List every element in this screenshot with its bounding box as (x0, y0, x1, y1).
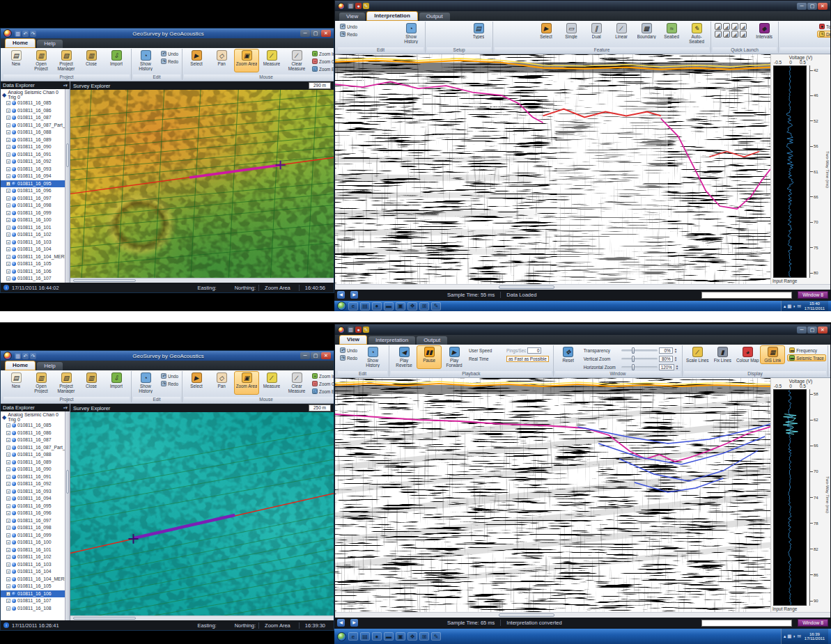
tree-item-survey-line[interactable]: + 010811_16_104_MERF (1, 576, 65, 583)
tree-item-survey-line[interactable]: + 010811_16_107 (1, 275, 65, 283)
tree-item-survey-line[interactable]: + 010811_16_105 (1, 260, 65, 268)
expand-icon[interactable]: + (6, 577, 10, 581)
tree-item-survey-line[interactable]: + 010811_16_104_MERF (1, 253, 65, 261)
expand-icon[interactable]: + (6, 189, 10, 193)
expand-icon[interactable]: + (6, 584, 10, 588)
ribbon-tab[interactable]: Output (419, 13, 450, 21)
quick-launch-horizon-chip[interactable]: ◢ (731, 31, 738, 38)
pin-icon[interactable]: ▪▾ (63, 83, 68, 88)
save-icon[interactable]: ▥ (348, 327, 354, 333)
tree-item-survey-line[interactable]: + 010811_16_093 (1, 166, 65, 173)
redo-icon[interactable]: ↷ (30, 353, 36, 359)
expand-icon[interactable]: + (6, 145, 10, 149)
tray-icon[interactable]: ▦ (787, 304, 791, 309)
map-horizontal-scrollbar[interactable] (70, 615, 334, 620)
quick-launch-horizon-chip[interactable]: ◢ (740, 31, 747, 38)
tree-item-survey-line[interactable]: + 010811_16_097 (1, 195, 65, 203)
ribbon-toggle[interactable]: ▬ Seismic Trace (787, 354, 826, 361)
seismic-horizontal-scrollbar[interactable] (335, 612, 830, 618)
expand-icon[interactable]: + (6, 138, 10, 142)
ribbon-button[interactable]: ∕ Scale Lines (685, 345, 710, 364)
tree-item-survey-line[interactable]: + 010811_16_103 (1, 561, 65, 569)
tree-item-survey-line[interactable]: + 010811_16_085 (1, 100, 65, 107)
maximize-button[interactable]: ▢ (807, 3, 817, 10)
quick-launch-horizon-chip[interactable]: ◢ (731, 23, 738, 30)
ribbon-button[interactable]: ↶ Undo (338, 23, 359, 30)
tree-scrollbar[interactable] (65, 89, 70, 283)
ribbon-button[interactable]: ↷ Redo (338, 354, 359, 361)
app-orb-button[interactable] (338, 327, 345, 333)
nav-back-button[interactable]: ◀ (337, 291, 345, 299)
expand-icon[interactable]: + (6, 592, 10, 596)
tree-item-survey-line[interactable]: + 010811_16_087_Part_2 (1, 444, 65, 452)
ribbon-button[interactable]: ◱ Zoom Extents (310, 65, 334, 72)
tree-item-survey-line[interactable]: + 010811_16_088 (1, 129, 65, 136)
slider-track[interactable] (621, 358, 658, 360)
close-button[interactable]: ✕ (818, 327, 828, 333)
spinner-value[interactable]: 0 (527, 347, 541, 354)
tree-item-survey-line[interactable]: + 010811_16_089 (1, 459, 65, 466)
expand-icon[interactable]: + (6, 548, 10, 552)
ribbon-button[interactable]: ◔ Show History (398, 22, 424, 45)
quick-launch-horizon-chip[interactable]: ◢ (723, 23, 730, 30)
tree-item-survey-line[interactable]: + 010811_16_098 (1, 202, 65, 210)
expand-icon[interactable]: + (6, 196, 10, 201)
ribbon-tab[interactable]: View (339, 13, 365, 21)
ribbon-button[interactable]: ▭ Single (559, 22, 584, 45)
ribbon-button[interactable]: ◕ Colour Map (735, 345, 760, 364)
ribbon-button[interactable]: ↷ Redo (159, 58, 180, 65)
tree-item-survey-line[interactable]: + 010811_16_091 (1, 151, 65, 159)
tree-item-survey-line[interactable]: + 010811_16_100 (1, 217, 65, 224)
ribbon-button[interactable]: ▥ Close (79, 49, 104, 72)
expand-icon[interactable]: + (6, 482, 10, 486)
taskbar-app-icon[interactable]: ▣ (396, 302, 405, 311)
expand-icon[interactable]: + (6, 526, 10, 530)
ribbon-button[interactable]: ↶ Undo (338, 347, 359, 354)
close-button[interactable]: ✕ (321, 352, 331, 359)
taskbar-app-icon[interactable]: ● (372, 632, 382, 641)
tree-item-survey-line[interactable]: + 010811_16_086 (1, 107, 65, 115)
seismic-profile-view[interactable] (335, 378, 771, 612)
quick-launch-horizon-chip[interactable]: ◢ (740, 23, 747, 30)
status-input-box[interactable] (701, 292, 792, 299)
app-orb-button[interactable] (338, 3, 345, 10)
quick-launch-horizon-chip[interactable]: ◢ (723, 31, 730, 38)
expand-icon[interactable]: + (6, 555, 10, 559)
ribbon-button[interactable]: ▶ Select (534, 22, 559, 45)
tree-item-survey-line[interactable]: + 010811_16_102 (1, 553, 65, 561)
tree-item-survey-line[interactable]: + 010811_16_094 (1, 495, 65, 503)
slider-value[interactable]: 120% (659, 364, 674, 370)
tree-item-survey-line[interactable]: + 010811_16_092 (1, 158, 65, 166)
seismic-profile-view[interactable] (335, 54, 771, 284)
tray-icon[interactable]: ▴ (784, 634, 786, 639)
expand-icon[interactable]: + (6, 423, 10, 427)
expand-icon[interactable]: + (6, 174, 10, 178)
spinner-arrows[interactable]: ▲▼ (674, 356, 677, 361)
ribbon-button[interactable]: + Zoom In (310, 50, 334, 57)
tree-item-survey-line[interactable]: + 010811_16_090 (1, 466, 65, 473)
close-button[interactable]: ✕ (818, 3, 828, 10)
tree-item-survey-line[interactable]: + 010811_16_100 (1, 539, 65, 547)
app-orb-button[interactable] (3, 352, 12, 360)
taskbar-clock[interactable]: 16:39 17/11/2011 (803, 632, 826, 641)
tree-item-survey-line[interactable]: + 010811_16_101 (1, 547, 65, 554)
ribbon-tab[interactable]: Home (5, 38, 36, 48)
taskbar-app-icon[interactable]: ❖ (407, 632, 417, 641)
ribbon-button[interactable]: ◀ Play Reverse (391, 345, 417, 369)
ribbon-button[interactable]: ∕ Clear Measure (284, 49, 309, 72)
tray-icon[interactable]: ✉ (797, 634, 800, 639)
ribbon-button[interactable]: ≈ Seabed (659, 22, 684, 45)
ribbon-button[interactable]: ▣ Zoom Area (234, 371, 259, 395)
expand-icon[interactable]: + (6, 563, 10, 567)
taskbar-app-icon[interactable]: ▣ (396, 632, 405, 641)
expand-icon[interactable]: + (6, 438, 10, 442)
tree-item-survey-line[interactable]: + 010811_16_085 (1, 422, 65, 430)
tree-item-survey-line[interactable]: + 010811_16_095 (1, 503, 65, 510)
app-orb-button[interactable] (3, 29, 12, 38)
tree-item-survey-line[interactable]: + 010811_16_101 (1, 224, 65, 232)
taskbar-app-icon[interactable]: ● (372, 302, 382, 311)
ribbon-button[interactable]: ▣ Zoom Area (234, 49, 259, 72)
ribbon-button[interactable]: ◇ Pan (209, 49, 234, 72)
tree-item-survey-line[interactable]: + 010811_16_104 (1, 246, 65, 253)
taskbar-app-icon[interactable]: ⊞ (419, 302, 429, 311)
